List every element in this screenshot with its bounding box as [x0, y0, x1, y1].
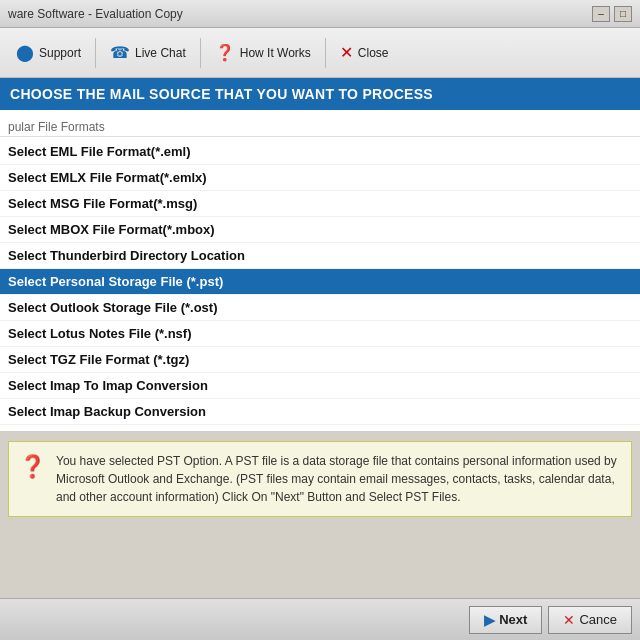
close-button[interactable]: ✕ Close [328, 28, 401, 77]
live-chat-icon: ☎ [110, 43, 130, 62]
bottom-bar: ▶ Next ✕ Cance [0, 598, 640, 640]
how-it-works-button[interactable]: ❓ How It Works [203, 28, 323, 77]
info-box: ❓ You have selected PST Option. A PST fi… [8, 441, 632, 517]
format-emlx[interactable]: Select EMLX File Format(*.emlx) [0, 165, 640, 191]
toolbar-separator-2 [200, 38, 201, 68]
format-imap-backup[interactable]: Select Imap Backup Conversion [0, 399, 640, 425]
section-label: pular File Formats [0, 116, 640, 137]
toolbar-separator-3 [325, 38, 326, 68]
format-msg[interactable]: Select MSG File Format(*.msg) [0, 191, 640, 217]
live-chat-button[interactable]: ☎ Live Chat [98, 28, 198, 77]
support-label: Support [39, 46, 81, 60]
format-thunderbird[interactable]: Select Thunderbird Directory Location [0, 243, 640, 269]
close-label: Close [358, 46, 389, 60]
next-button[interactable]: ▶ Next [469, 606, 542, 634]
format-imap-conversion[interactable]: Select Imap To Imap Conversion [0, 373, 640, 399]
support-button[interactable]: ⬤ Support [4, 28, 93, 77]
title-bar: ware Software - Evaluation Copy – □ [0, 0, 640, 28]
close-icon: ✕ [340, 43, 353, 62]
title-bar-buttons: – □ [592, 6, 632, 22]
minimize-button[interactable]: – [592, 6, 610, 22]
header-text: CHOOSE THE MAIL SOURCE THAT YOU WANT TO … [10, 86, 433, 102]
format-ost[interactable]: Select Outlook Storage File (*.ost) [0, 295, 640, 321]
toolbar: ⬤ Support ☎ Live Chat ❓ How It Works ✕ C… [0, 28, 640, 78]
file-format-list: Select EML File Format(*.eml) Select EML… [0, 139, 640, 425]
next-icon: ▶ [484, 612, 495, 628]
format-pst[interactable]: Select Personal Storage File (*.pst) [0, 269, 640, 295]
header-bar: CHOOSE THE MAIL SOURCE THAT YOU WANT TO … [0, 78, 640, 110]
how-it-works-icon: ❓ [215, 43, 235, 62]
cancel-label: Cance [579, 612, 617, 627]
cancel-icon: ✕ [563, 612, 575, 628]
info-text: You have selected PST Option. A PST file… [56, 452, 621, 506]
format-eml[interactable]: Select EML File Format(*.eml) [0, 139, 640, 165]
cancel-button[interactable]: ✕ Cance [548, 606, 632, 634]
live-chat-label: Live Chat [135, 46, 186, 60]
format-nsf[interactable]: Select Lotus Notes File (*.nsf) [0, 321, 640, 347]
support-icon: ⬤ [16, 43, 34, 62]
format-mbox[interactable]: Select MBOX File Format(*.mbox) [0, 217, 640, 243]
next-label: Next [499, 612, 527, 627]
toolbar-separator-1 [95, 38, 96, 68]
how-it-works-label: How It Works [240, 46, 311, 60]
maximize-button[interactable]: □ [614, 6, 632, 22]
main-content: pular File Formats Select EML File Forma… [0, 110, 640, 431]
title-bar-text: ware Software - Evaluation Copy [8, 7, 183, 21]
info-icon: ❓ [19, 454, 46, 480]
format-tgz[interactable]: Select TGZ File Format (*.tgz) [0, 347, 640, 373]
